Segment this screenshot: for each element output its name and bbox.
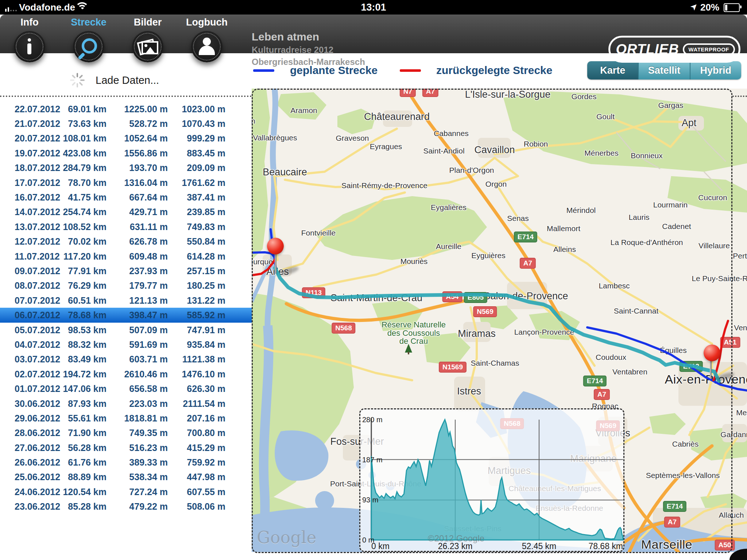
stage-descent: 207.16 m — [169, 413, 225, 424]
stage-descent: 1476.10 m — [169, 369, 225, 380]
table-row[interactable]: 30.06.201287.93 km223.03 m2111.54 m — [0, 396, 252, 411]
table-row[interactable]: 18.07.2012284.79 km193.70 m209.09 m — [0, 161, 252, 175]
x-axis-tick-label: 52.45 km — [514, 541, 565, 551]
table-row[interactable]: 19.07.2012423.08 km1556.86 m883.45 m — [0, 146, 252, 160]
stage-ascent: 1556.86 m — [109, 148, 168, 159]
stage-distance: 85.28 km — [51, 501, 107, 512]
stage-descent: 700.80 m — [169, 428, 225, 438]
stage-ascent: 591.69 m — [109, 339, 168, 350]
table-row[interactable]: 25.06.201288.89 km538.34 m447.98 m — [0, 470, 252, 485]
loading-text: Lade Daten... — [96, 74, 159, 86]
stage-descent: 415.29 m — [169, 443, 225, 453]
photos-icon — [139, 40, 154, 51]
table-row[interactable]: 04.07.201288.32 km591.69 m935.84 m — [0, 337, 252, 352]
stage-distance: 254.74 km — [51, 207, 107, 217]
stage-descent: 747.91 m — [169, 325, 225, 335]
stage-ascent: 2610.46 m — [109, 369, 168, 380]
x-axis-tick-label: 78.68 km — [587, 541, 623, 551]
stage-descent: 1761.62 m — [169, 178, 225, 188]
stage-ascent: 538.34 m — [109, 472, 168, 482]
table-row[interactable]: 09.07.201277.91 km237.93 m257.15 m — [0, 264, 252, 278]
stage-distance: 98.53 km — [51, 325, 107, 335]
status-bar: Vodafone.de 13:01 ➤ 20% — [0, 0, 747, 15]
stage-distance: 147.06 km — [51, 384, 107, 394]
table-row[interactable]: 26.06.201261.76 km389.33 m759.92 m — [0, 455, 252, 470]
stage-distance: 60.51 km — [51, 295, 107, 306]
stage-distance: 71.90 km — [51, 428, 107, 438]
stage-distance: 117.20 km — [51, 251, 107, 262]
clock: 13:01 — [0, 2, 747, 13]
y-axis-tick-label: 93 m — [362, 496, 378, 504]
trip-subtitle: Kulturradreise 2012 — [252, 45, 365, 55]
ridden-route-line-west — [252, 259, 275, 275]
tab-strecke[interactable]: Strecke — [59, 17, 118, 62]
table-row[interactable]: 23.06.201285.28 km479.22 m508.06 m — [0, 499, 252, 514]
stage-ascent: 398.47 m — [109, 310, 168, 320]
table-row[interactable]: 11.07.2012117.20 km609.48 m614.28 m — [0, 249, 252, 264]
table-row[interactable]: 21.07.201273.63 km528.72 m1070.43 m — [0, 116, 252, 131]
ortlieb-logo: ORTLIEB WATERPROOF — [608, 36, 740, 63]
table-row[interactable]: 29.06.201255.61 km1818.81 m207.16 m — [0, 411, 252, 425]
map-type-karte[interactable]: Karte — [587, 61, 639, 79]
table-row[interactable]: 03.07.201283.49 km603.71 m1121.38 m — [0, 352, 252, 367]
table-row[interactable]: 17.07.201278.70 km1316.04 m1761.62 m — [0, 175, 252, 190]
table-row[interactable]: 05.07.201298.53 km507.09 m747.91 m — [0, 323, 252, 337]
table-row[interactable]: 07.07.201260.51 km121.13 m131.22 m — [0, 293, 252, 308]
stage-distance: 73.63 km — [51, 118, 107, 129]
table-row[interactable]: 08.07.201276.29 km179.77 m180.25 m — [0, 279, 252, 293]
map-type-hybrid[interactable]: Hybrid — [690, 61, 741, 79]
stage-distance: 87.93 km — [51, 398, 107, 409]
elevation-chart-panel: 280 m187 m93 m0 m0 km26.23 km52.45 km78.… — [359, 408, 624, 552]
x-axis-tick-label: 0 km — [371, 541, 390, 551]
stage-distance: 56.28 km — [51, 443, 107, 453]
stage-ascent: 507.09 m — [109, 325, 168, 335]
table-row[interactable]: 02.07.2012194.72 km2610.46 m1476.10 m — [0, 367, 252, 381]
stage-descent: 550.84 m — [169, 236, 225, 247]
table-row[interactable]: 28.06.201271.90 km749.35 m700.80 m — [0, 426, 252, 440]
stage-distance: 194.72 km — [51, 369, 107, 380]
person-icon — [191, 31, 222, 62]
stage-descent: 1070.43 m — [169, 118, 225, 129]
stage-descent: 883.45 m — [169, 148, 225, 159]
nav-bar: Info Strecke Bilder Logbuch Leben atmen … — [0, 15, 747, 53]
stage-ascent: 656.58 m — [109, 384, 168, 394]
stage-descent: 180.25 m — [169, 280, 225, 291]
map-type-switcher: KarteSatellitHybrid — [587, 61, 741, 79]
stage-ascent: 179.77 m — [109, 280, 168, 291]
stage-ascent: 121.13 m — [109, 295, 168, 306]
tab-logbuch[interactable]: Logbuch — [178, 17, 236, 62]
stage-descent: 614.28 m — [169, 251, 225, 262]
map-type-satellit[interactable]: Satellit — [639, 61, 690, 79]
table-row[interactable]: 13.07.2012108.52 km631.11 m749.83 m — [0, 219, 252, 234]
table-row[interactable]: 20.07.2012108.01 km1052.64 m999.29 m — [0, 131, 252, 146]
y-axis-tick-label: 280 m — [362, 416, 383, 424]
table-row[interactable]: 22.07.201269.01 km1225.00 m1023.00 m — [0, 102, 252, 116]
search-icon — [82, 38, 97, 54]
planned-route-swatch — [253, 69, 274, 72]
stage-descent: 387.41 m — [169, 192, 225, 203]
stage-ascent: 193.70 m — [109, 163, 168, 173]
table-row[interactable]: 14.07.2012254.74 km429.71 m239.85 m — [0, 205, 252, 219]
stage-distance: 423.08 km — [51, 148, 107, 159]
tab-info[interactable]: Info — [0, 17, 59, 62]
stage-ascent: 429.71 m — [109, 207, 168, 217]
stage-distance: 61.76 km — [51, 457, 107, 468]
stage-ascent: 516.23 m — [109, 443, 168, 453]
stage-distance: 88.89 km — [51, 472, 107, 482]
stage-ascent: 631.11 m — [109, 222, 168, 232]
table-row[interactable]: 16.07.201241.75 km667.64 m387.41 m — [0, 190, 252, 205]
table-row[interactable]: 12.07.201270.02 km626.78 m550.84 m — [0, 234, 252, 249]
ridden-route-label: zurückgelegte Strecke — [436, 64, 552, 77]
stage-ascent: 223.03 m — [109, 398, 168, 409]
table-row[interactable]: 24.06.2012120.54 km727.24 m607.55 m — [0, 485, 252, 499]
battery-percent: 20% — [700, 2, 719, 13]
stage-ascent: 603.71 m — [109, 354, 168, 365]
tab-bilder[interactable]: Bilder — [119, 17, 177, 62]
table-row[interactable]: 27.06.201256.28 km516.23 m415.29 m — [0, 440, 252, 455]
stage-ascent: 1316.04 m — [109, 178, 168, 188]
stage-descent: 607.55 m — [169, 487, 225, 497]
elevation-profile-area — [371, 420, 623, 540]
table-row[interactable]: 06.07.201278.68 km398.47 m585.92 m — [0, 308, 252, 322]
table-row[interactable]: 01.07.2012147.06 km656.58 m626.30 m — [0, 381, 252, 396]
stage-table: 22.07.201269.01 km1225.00 m1023.00 m21.0… — [0, 102, 252, 514]
